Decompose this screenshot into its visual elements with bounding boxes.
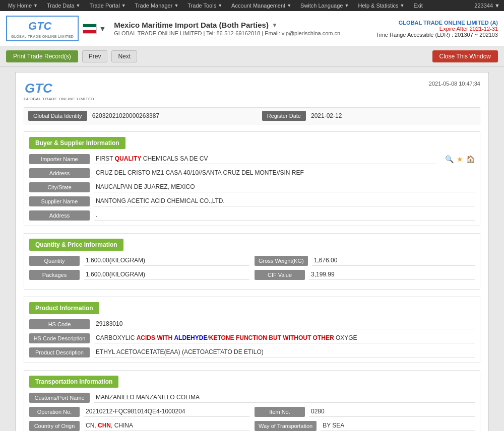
- close-button-top[interactable]: Close This Window: [432, 50, 498, 62]
- quantity-gross-row: Quantity 1,600.00(KILOGRAM) Gross Weight…: [29, 256, 475, 266]
- product-header: Product Information: [29, 302, 99, 314]
- product-desc-row: Product Description ETHYL ACETOACETATE(E…: [29, 347, 475, 357]
- importer-quality-highlight: QUALITY: [115, 155, 142, 162]
- top-action-bar: Print Trade Record(s) Prev Next Close Th…: [0, 46, 504, 67]
- but-highlight: BUT: [269, 334, 281, 341]
- country-origin-label: Country of Orign: [29, 421, 80, 431]
- print-button-top[interactable]: Print Trade Record(s): [6, 50, 78, 62]
- packages-col: Packages 1,600.00(KILOGRAM): [29, 270, 249, 280]
- cif-value: 3,199.99: [309, 270, 475, 280]
- logo-subtitle: GLOBAL TRADE ONLINE LIMITED: [11, 35, 74, 38]
- hs-code-desc-label: HS Code Description: [29, 333, 90, 343]
- nav-exit[interactable]: Exit: [409, 2, 426, 10]
- nav-menu: My Home ▼ Trade Data ▼ Trade Portal ▼ Tr…: [4, 2, 474, 10]
- item-no-label: Item No.: [255, 407, 305, 417]
- country-transport-row: Country of Orign CN, CHN, CHINA Way of T…: [29, 421, 475, 431]
- card-header: GTC GLOBAL TRADE ONLINE LIMITED 2021-05-…: [24, 81, 480, 101]
- card-logo: GTC GLOBAL TRADE ONLINE LIMITED: [24, 81, 94, 101]
- nav-trade-tools[interactable]: Trade Tools ▼: [183, 2, 226, 10]
- quantity-price-section: Quantity & Price Information Quantity 1,…: [24, 233, 480, 290]
- nav-help-statistics[interactable]: Help & Statistics ▼: [354, 2, 408, 10]
- nav-switch-language[interactable]: Switch Language ▼: [296, 2, 353, 10]
- quantity-label: Quantity: [29, 256, 80, 266]
- importer-name-label: Importer Name: [29, 154, 90, 164]
- customs-port-value: MANZANILLO MANZANILLO COLIMA: [94, 393, 475, 403]
- packages-label: Packages: [29, 270, 80, 280]
- transportation-section: Transportation Information Customs/Port …: [24, 370, 480, 431]
- country-origin-col: Country of Orign CN, CHN, CHINA: [29, 421, 249, 431]
- mexico-flag: [83, 24, 97, 34]
- gross-weight-label: Gross Weight(KG): [255, 256, 308, 266]
- register-date-value: 2021-02-12: [311, 112, 476, 119]
- item-no-col: Item No. 0280: [255, 407, 475, 417]
- cif-label: CIF Value: [255, 270, 305, 280]
- customs-port-label: Customs/Port Name: [29, 393, 90, 403]
- chn-highlight: CHN: [98, 422, 111, 429]
- card-logo-svg: GTC: [24, 81, 64, 97]
- nav-trade-data[interactable]: Trade Data ▼: [43, 2, 85, 10]
- hs-code-label: HS Code: [29, 319, 90, 329]
- buyer-supplier-header: Buyer & Supplier Information: [29, 137, 125, 149]
- aldehyde-highlight: ALDEHYDE: [174, 334, 207, 341]
- title-area: Mexico Maritime Import Data (Both Partie…: [114, 21, 376, 36]
- nav-trade-portal[interactable]: Trade Portal ▼: [86, 2, 130, 10]
- importer-action-icons: 🔍 ★ 🏠: [445, 155, 475, 163]
- svg-text:GTC: GTC: [25, 81, 53, 96]
- country-origin-value: CN, CHN, CHINA: [84, 421, 249, 431]
- page-subtitle: GLOBAL TRADE ONLINE LIMITED | Tel: 86-51…: [114, 30, 376, 36]
- hs-code-value: 29183010: [94, 319, 475, 329]
- cif-col: CIF Value 3,199.99: [255, 270, 475, 280]
- next-button-top[interactable]: Next: [111, 50, 137, 62]
- acids-highlight: ACIDS: [137, 334, 155, 341]
- quantity-value: 1,600.00(KILOGRAM): [84, 256, 249, 266]
- time-range: Time Range Accessible (LDR) : 201307 ~ 2…: [376, 32, 498, 38]
- importer-address-value: CRUZ DEL CRISTO MZ1 CASA 40/10//SANTA CR…: [94, 168, 475, 178]
- record-timestamp: 2021-05-08 10:47:34: [429, 81, 480, 87]
- prev-button-top[interactable]: Prev: [82, 50, 108, 62]
- city-state-row: City/State NAUCALPAN DE JUAREZ, MEXICO: [29, 182, 475, 192]
- flag-dropdown[interactable]: ▼: [99, 25, 106, 33]
- top-navigation: My Home ▼ Trade Data ▼ Trade Portal ▼ Tr…: [0, 0, 504, 11]
- record-card: GTC GLOBAL TRADE ONLINE LIMITED 2021-05-…: [15, 72, 489, 431]
- global-data-identity-row: Global Data Identity 6203202102000026338…: [24, 107, 480, 124]
- other-highlight: OTHER: [313, 334, 334, 341]
- operation-no-label: Operation No.: [29, 407, 80, 417]
- gdi-label: Global Data Identity: [28, 111, 87, 121]
- nav-trade-manager[interactable]: Trade Manager ▼: [131, 2, 183, 10]
- page-header: GTC GLOBAL TRADE ONLINE LIMITED ▼ Mexico…: [0, 11, 504, 46]
- expire-date: Expire After 2021-12-31: [376, 26, 498, 32]
- city-state-value: NAUCALPAN DE JUAREZ, MEXICO: [94, 182, 475, 192]
- way-transport-col: Way of Transportation BY SEA: [255, 421, 475, 431]
- account-info: GLOBAL TRADE ONLINE LIMITED (A) Expire A…: [376, 20, 498, 38]
- importer-name-row: Importer Name FIRST QUALITY CHEMICALS SA…: [29, 154, 475, 164]
- home-icon[interactable]: 🏠: [466, 155, 475, 163]
- page-title: Mexico Maritime Import Data (Both Partie…: [114, 21, 376, 29]
- way-transport-label: Way of Transportation: [255, 421, 317, 431]
- hs-code-row: HS Code 29183010: [29, 319, 475, 329]
- operation-no-value: 20210212-FQC981014QE4-1000204: [84, 407, 249, 417]
- supplier-name-row: Supplier Name NANTONG ACETIC ACID CHEMIC…: [29, 196, 475, 206]
- packages-cif-row: Packages 1,600.00(KILOGRAM) CIF Value 3,…: [29, 270, 475, 280]
- star-icon[interactable]: ★: [457, 155, 463, 163]
- importer-name-value: FIRST QUALITY CHEMICALS SA DE CV: [94, 154, 437, 164]
- gdi-value: 62032021020000263387: [92, 112, 257, 119]
- without-highlight: WITHOUT: [283, 334, 311, 341]
- operation-col: Operation No. 20210212-FQC981014QE4-1000…: [29, 407, 249, 417]
- gross-weight-value: 1,676.00: [312, 256, 475, 266]
- ketone-highlight: KETONE: [209, 334, 234, 341]
- function-highlight: FUNCTION: [236, 334, 267, 341]
- nav-account-management[interactable]: Account Management ▼: [227, 2, 295, 10]
- importer-address-label: Address: [29, 168, 90, 178]
- quantity-col: Quantity 1,600.00(KILOGRAM): [29, 256, 249, 266]
- search-icon[interactable]: 🔍: [445, 155, 454, 163]
- product-section: Product Information HS Code 29183010 HS …: [24, 297, 480, 363]
- supplier-name-label: Supplier Name: [29, 196, 90, 206]
- company-name: GLOBAL TRADE ONLINE LIMITED (A): [376, 20, 498, 26]
- account-number: 223344 ▼: [474, 3, 500, 9]
- nav-my-home[interactable]: My Home ▼: [4, 2, 42, 10]
- svg-text:GTC: GTC: [28, 20, 52, 32]
- supplier-name-value: NANTONG ACETIC ACID CHEMICAL CO.,LTD.: [94, 196, 475, 206]
- packages-value: 1,600.00(KILOGRAM): [84, 270, 249, 280]
- title-dropdown-arrow[interactable]: ▼: [272, 22, 278, 29]
- register-date-label: Register Date: [262, 111, 306, 121]
